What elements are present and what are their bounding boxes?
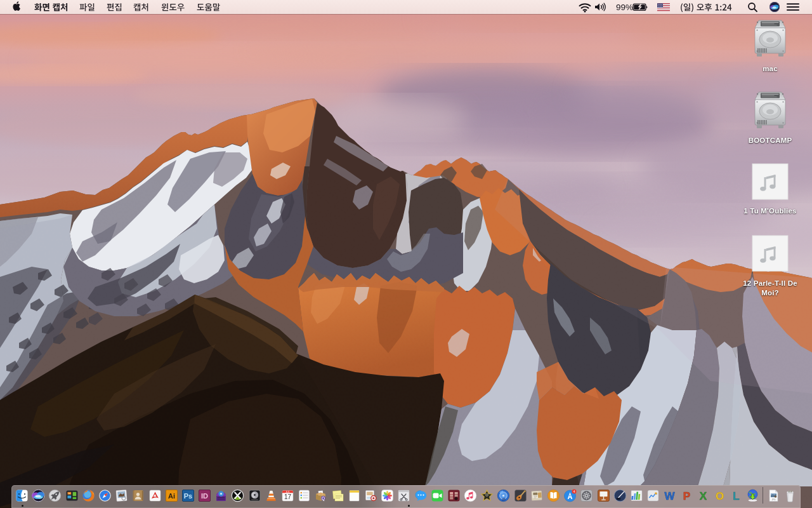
svg-text:Q: Q	[322, 496, 325, 501]
svg-text:4: 4	[573, 490, 575, 493]
svg-text:JUL: JUL	[285, 491, 289, 493]
svg-text:ID: ID	[201, 492, 208, 500]
svg-text:Ai: Ai	[168, 492, 175, 500]
svg-text:JPG: JPG	[771, 498, 776, 501]
svg-text:Ps: Ps	[184, 492, 192, 500]
svg-text:X: X	[700, 490, 707, 502]
svg-text:17: 17	[284, 493, 292, 500]
svg-text:99%: 99%	[616, 3, 633, 12]
svg-text:P: P	[683, 490, 690, 502]
svg-text:O: O	[716, 490, 724, 502]
svg-text:L: L	[733, 490, 739, 502]
svg-text:W: W	[665, 490, 676, 502]
